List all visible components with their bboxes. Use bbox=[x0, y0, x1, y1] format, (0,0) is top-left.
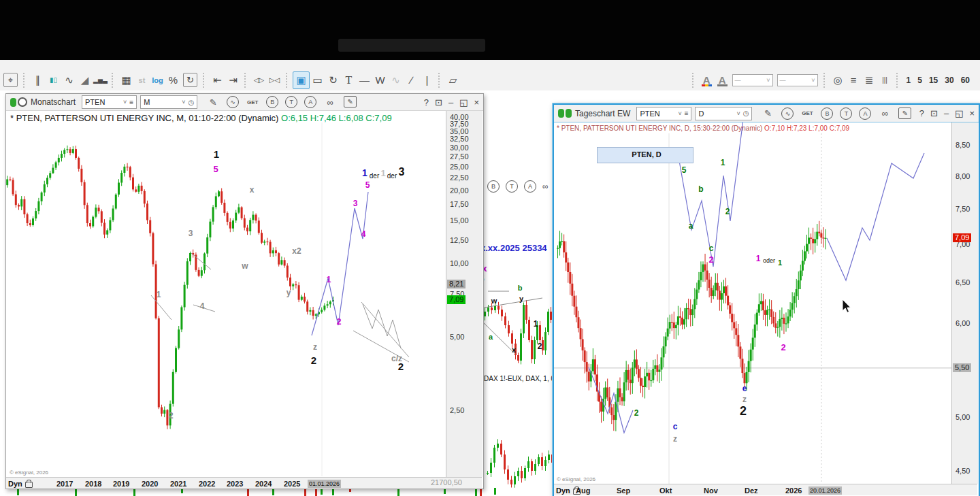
area-chart-type-icon[interactable]: ◢ bbox=[77, 72, 93, 88]
monatschart-chart-area[interactable]: 15x3wx2y14212345z2c/z21der1der3 bbox=[6, 122, 446, 477]
percent-scale-icon[interactable]: % bbox=[165, 72, 181, 88]
toolbar-grip[interactable] bbox=[112, 73, 115, 88]
note-icon[interactable]: ✎ bbox=[344, 96, 357, 108]
interval-button-30[interactable]: 30 bbox=[941, 76, 957, 85]
a-study-icon[interactable]: A bbox=[859, 108, 871, 120]
wave-alt-tool-icon[interactable]: ∿ bbox=[388, 72, 404, 88]
tageschart-price-axis[interactable]: 8,508,007,507,006,506,005,004,507,095,50 bbox=[951, 122, 978, 484]
b-study-icon[interactable]: B bbox=[487, 180, 500, 193]
interval-button-1[interactable]: 1 bbox=[903, 76, 915, 85]
toolbar-grip[interactable] bbox=[692, 73, 696, 88]
toolbar-grip[interactable] bbox=[23, 73, 27, 88]
get-icon[interactable]: GET bbox=[800, 108, 814, 120]
minimize-button[interactable]: – bbox=[944, 108, 949, 118]
wave-circle-icon[interactable]: ∿ bbox=[781, 108, 794, 120]
wave-label: 3 bbox=[189, 229, 193, 238]
a-study-icon[interactable]: A bbox=[524, 180, 536, 193]
histogram-type-icon[interactable]: ▂▅▃ bbox=[93, 72, 108, 88]
popout-button[interactable]: ⊡ bbox=[435, 97, 442, 108]
vline-tool-icon[interactable]: | bbox=[419, 72, 435, 88]
a-study-icon[interactable]: A bbox=[304, 96, 316, 108]
candlestick-type-icon[interactable]: ▮▯ bbox=[46, 72, 61, 88]
wave-label: 1 bbox=[721, 158, 725, 167]
symbol-combo[interactable]: PTEN˅≡ bbox=[636, 107, 691, 120]
b-study-icon[interactable]: B bbox=[266, 96, 278, 108]
restore-button[interactable]: ◱ bbox=[459, 97, 468, 108]
toolbar-grip[interactable] bbox=[203, 73, 206, 88]
interval-button-60[interactable]: 60 bbox=[958, 76, 973, 85]
fill-color-icon[interactable]: A bbox=[715, 72, 730, 88]
toolbar-grip[interactable] bbox=[823, 73, 827, 88]
link-icon[interactable]: ∞ bbox=[878, 108, 892, 120]
draw-icon[interactable]: ✎ bbox=[206, 96, 220, 108]
symbol-combo[interactable]: PTEN˅≡ bbox=[82, 95, 137, 109]
toolbar-grip[interactable] bbox=[438, 73, 442, 88]
wave-label: 5 bbox=[213, 164, 218, 174]
line-style-select[interactable]: —˅ bbox=[732, 74, 773, 86]
lock-icon[interactable] bbox=[25, 482, 33, 488]
t-study-icon[interactable]: T bbox=[506, 180, 518, 193]
rectangle-tool-icon[interactable]: ▭ bbox=[310, 72, 325, 88]
t-study-icon[interactable]: T bbox=[840, 108, 852, 120]
bar-chart-type-icon[interactable]: ∥ bbox=[30, 72, 46, 88]
wave-label: 1 bbox=[214, 148, 219, 160]
price-tick: 4,50 bbox=[956, 467, 970, 475]
popout-button[interactable]: ⊡ bbox=[930, 108, 938, 118]
line-chart-type-icon[interactable]: ∿ bbox=[61, 72, 77, 88]
text-tool-icon[interactable]: T bbox=[341, 72, 357, 88]
toolbar-grip[interactable] bbox=[896, 73, 900, 88]
log-scale-icon[interactable]: log bbox=[150, 72, 165, 88]
link-icon[interactable]: ∞ bbox=[323, 96, 337, 108]
trendline-tool-icon[interactable]: ∕ bbox=[404, 72, 419, 88]
link-icon[interactable]: ∞ bbox=[542, 182, 549, 191]
draw-icon[interactable]: ✎ bbox=[761, 108, 774, 120]
interval-button-15[interactable]: 15 bbox=[926, 76, 941, 85]
help-button[interactable]: ? bbox=[424, 97, 429, 108]
wave-label: 1 bbox=[157, 290, 161, 299]
wave-circle-icon[interactable]: ∿ bbox=[227, 96, 239, 108]
tageschart-chart-area[interactable]: 151b2ac21oder122czez2 bbox=[554, 122, 951, 484]
wave-tool-icon[interactable]: W bbox=[372, 72, 388, 88]
columns-icon[interactable]: ||| bbox=[877, 72, 893, 88]
interval-combo[interactable]: D˅◷ bbox=[695, 107, 752, 120]
eraser-tool-icon[interactable]: ▱ bbox=[445, 72, 461, 88]
target-icon[interactable]: ◎ bbox=[830, 72, 846, 88]
crosshair-tool-icon[interactable]: ⌖ bbox=[3, 73, 18, 87]
table-icon[interactable]: ▦ bbox=[118, 72, 134, 88]
line-width-select[interactable]: —˅ bbox=[777, 74, 818, 86]
rotate-tool-icon[interactable]: ↻ bbox=[325, 72, 341, 88]
lines-dense-icon[interactable]: ≣ bbox=[862, 72, 877, 88]
layout-refresh-icon[interactable]: ↻ bbox=[183, 73, 197, 87]
interval-combo[interactable]: M˅◷ bbox=[140, 95, 197, 109]
help-button[interactable]: ? bbox=[919, 108, 924, 118]
t-study-icon[interactable]: T bbox=[285, 96, 297, 108]
restore-button[interactable]: ◱ bbox=[955, 108, 963, 118]
pointer-tool-icon[interactable]: ▣ bbox=[293, 71, 310, 89]
lines-sparse-icon[interactable]: ≡ bbox=[846, 72, 862, 88]
window-monatschart: Monatschart PTEN˅≡ M˅◷ ✎∿GETBTA∞✎ ?⊡–◱× … bbox=[5, 93, 484, 489]
interval-button-5[interactable]: 5 bbox=[914, 76, 926, 85]
get-icon[interactable]: GET bbox=[246, 96, 259, 108]
zoom-in-icon[interactable]: ▷◁ bbox=[267, 72, 282, 88]
zoom-out-icon[interactable]: ◁▷ bbox=[251, 72, 267, 88]
tageschart-time-axis[interactable]: Dyn AugSepOktNovDez202620.01.2026 bbox=[554, 484, 977, 495]
monatschart-price-axis[interactable]: 40,0037,5035,0032,5030,0027,5025,0022,50… bbox=[446, 110, 483, 477]
tageschart-titlebar[interactable]: Tageschart EW PTEN˅≡ D˅◷ ✎∿GETBTA∞✎ ?⊡–◱… bbox=[554, 105, 979, 122]
studies-icon[interactable]: st bbox=[134, 72, 150, 88]
toolbar-grip[interactable] bbox=[286, 73, 289, 88]
compress-left-icon[interactable]: ⇤ bbox=[210, 72, 225, 88]
compress-right-icon[interactable]: ⇥ bbox=[225, 72, 241, 88]
monatschart-time-axis[interactable]: Dyn 201720182019202020212022202320242025… bbox=[6, 477, 482, 488]
toolbar-grip[interactable] bbox=[244, 73, 248, 88]
data-window[interactable]: PTEN, D bbox=[597, 147, 693, 163]
note-icon[interactable]: ✎ bbox=[898, 108, 911, 119]
minimize-button[interactable]: – bbox=[448, 97, 453, 108]
close-button[interactable]: × bbox=[474, 97, 479, 108]
font-color-icon[interactable]: A bbox=[699, 72, 715, 88]
price-badge: 8,21 bbox=[447, 280, 466, 288]
wave-label: z bbox=[313, 342, 317, 352]
hline-tool-icon[interactable]: — bbox=[357, 72, 372, 88]
close-button[interactable]: × bbox=[969, 108, 975, 118]
b-study-icon[interactable]: B bbox=[821, 108, 833, 120]
monatschart-titlebar[interactable]: Monatschart PTEN˅≡ M˅◷ ✎∿GETBTA∞✎ ?⊡–◱× bbox=[6, 94, 483, 111]
